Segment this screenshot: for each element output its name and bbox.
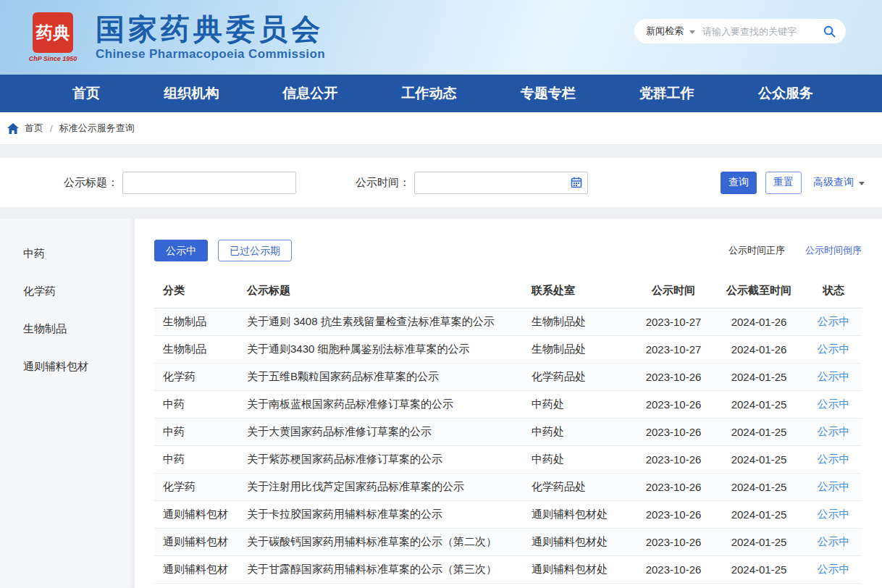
header-search-bar[interactable]: 新闻检索 [634,19,846,43]
table-row: 生物制品 关于通则 3408 抗生素残留量检查法标准草案的公示 生物制品处 20… [154,308,862,336]
row-category: 中药 [154,419,241,446]
logo-caption: ChP Since 1950 [28,55,78,62]
row-deadline: 2024-01-25 [713,474,805,501]
row-deadline: 2024-01-25 [713,556,805,584]
row-department: 中药处 [526,446,634,474]
row-status-link[interactable]: 公示中 [805,364,862,391]
row-status-link[interactable]: 公示中 [805,419,862,446]
row-department: 通则辅料包材处 [526,501,634,529]
row-title-link[interactable]: 关于卡拉胶国家药用辅料标准草案的公示 [241,501,526,529]
chevron-down-icon[interactable] [689,30,695,34]
reset-button[interactable]: 重置 [765,172,802,194]
header-category: 分类 [154,277,241,308]
calendar-icon[interactable] [571,177,582,188]
main-nav: 首页 组织机构 信息公开 工作动态 专题专栏 党群工作 公众服务 [0,75,882,112]
nav-item-info-disclosure[interactable]: 信息公开 [282,84,337,103]
row-department: 生物制品处 [526,308,634,336]
header-deadline: 公示截至时间 [713,277,805,308]
filter-panel: 公示标题： 公示时间： 查询 重置 [0,158,882,207]
row-title-link[interactable]: 关于通则 3408 抗生素残留量检查法标准草案的公示 [241,308,526,336]
category-sidebar: 中药 化学药 生物制品 通则辅料包材 [0,219,135,588]
row-deadline: 2024-01-25 [713,501,805,529]
row-status-link[interactable]: 公示中 [805,446,862,474]
breadcrumb-home-link[interactable]: 首页 [25,122,43,135]
row-title-link[interactable]: 关于碳酸钙国家药用辅料标准草案的公示（第二次） [241,529,526,556]
header-publish-date: 公示时间 [634,277,713,308]
seal-logo-icon: 药 典 [33,12,73,53]
row-status-link[interactable]: 公示中 [805,474,862,501]
search-input[interactable] [702,26,823,37]
row-deadline: 2024-01-25 [713,364,805,391]
nav-item-party-work[interactable]: 党群工作 [639,84,694,103]
row-publish-date: 2023-10-27 [634,308,713,336]
site-logo: 药 典 ChP Since 1950 [28,12,78,62]
breadcrumb: 首页 / 标准公示服务查询 [0,112,882,144]
home-icon[interactable] [7,123,19,134]
filter-buttons: 查询 重置 高级查询 [721,172,865,194]
row-title-link[interactable]: 关于甘露醇国家药用辅料标准草案的公示（第三次） [241,556,526,584]
table-body: 生物制品 关于通则 3408 抗生素残留量检查法标准草案的公示 生物制品处 20… [154,308,862,584]
nav-item-work-updates[interactable]: 工作动态 [401,84,456,103]
time-filter-label: 公示时间： [356,176,410,190]
content: 中药 化学药 生物制品 通则辅料包材 公示中 已过公示期 公示时间正序 公示时间… [0,219,882,588]
row-title-link[interactable]: 关于注射用比伐芦定国家药品标准草案的公示 [241,474,526,501]
nav-item-special-topics[interactable]: 专题专栏 [521,84,576,103]
row-department: 中药处 [526,419,634,446]
sort-time-ascending-link[interactable]: 公示时间正序 [728,244,785,257]
results-area: 公示中 已过公示期 公示时间正序 公示时间倒序 分类 公示标题 联系处室 [135,219,882,588]
search-icon[interactable] [823,25,836,38]
row-department: 生物制品处 [526,336,634,364]
header-title: 公示标题 [241,277,526,308]
row-status-link[interactable]: 公示中 [805,391,862,419]
row-publish-date: 2023-10-26 [634,556,713,584]
table-row: 生物制品 关于通则3430 细胞种属鉴别法标准草案的公示 生物制品处 2023-… [154,336,862,364]
table-row: 化学药 关于五维B颗粒国家药品标准草案的公示 化学药品处 2023-10-26 … [154,364,862,391]
sidebar-item-chemical-drug[interactable]: 化学药 [0,272,135,310]
title-filter-input[interactable] [122,172,296,194]
row-deadline: 2024-01-25 [713,446,805,474]
row-title-link[interactable]: 关于南板蓝根国家药品标准修订草案的公示 [241,391,526,419]
advanced-query-link[interactable]: 高级查询 [813,176,865,189]
row-category: 生物制品 [154,336,241,364]
row-title-link[interactable]: 关于五维B颗粒国家药品标准草案的公示 [241,364,526,391]
row-department: 化学药品处 [526,474,634,501]
site-title-block: 国家药典委员会 Chinese Pharmacopoeia Commission [96,13,325,62]
nav-item-organization[interactable]: 组织机构 [164,84,219,103]
row-status-link[interactable]: 公示中 [805,529,862,556]
row-title-link[interactable]: 关于通则3430 细胞种属鉴别法标准草案的公示 [241,336,526,364]
announcements-table: 分类 公示标题 联系处室 公示时间 公示截至时间 状态 生物制品 关于通则 34… [154,277,862,584]
nav-item-home[interactable]: 首页 [72,84,100,103]
sort-time-descending-link[interactable]: 公示时间倒序 [805,244,862,257]
breadcrumb-current: 标准公示服务查询 [59,122,135,135]
row-deadline: 2024-01-25 [713,529,805,556]
tab-expired-announcement[interactable]: 已过公示期 [218,240,292,261]
time-filter-input[interactable] [414,172,588,194]
advanced-query-label: 高级查询 [813,176,854,189]
sidebar-item-biologics[interactable]: 生物制品 [0,310,135,348]
sidebar-item-general-excipients[interactable]: 通则辅料包材 [0,348,135,385]
chevron-down-icon [859,182,865,185]
search-category-select[interactable]: 新闻检索 [646,25,684,38]
row-category: 中药 [154,446,241,474]
sidebar-item-tcm[interactable]: 中药 [0,235,135,272]
tab-in-announcement[interactable]: 公示中 [154,240,208,261]
table-row: 通则辅料包材 关于碳酸钙国家药用辅料标准草案的公示（第二次） 通则辅料包材处 2… [154,529,862,556]
row-title-link[interactable]: 关于紫苏梗国家药品标准修订草案的公示 [241,446,526,474]
nav-item-public-service[interactable]: 公众服务 [758,84,813,103]
query-button[interactable]: 查询 [721,172,757,194]
row-publish-date: 2023-10-26 [634,419,713,446]
row-status-link[interactable]: 公示中 [805,501,862,529]
row-status-link[interactable]: 公示中 [805,336,862,364]
row-department: 通则辅料包材处 [526,529,634,556]
row-deadline: 2024-01-26 [713,336,805,364]
seal-char: 药 [36,25,53,41]
row-title-link[interactable]: 关于大黄国家药品标准修订草案的公示 [241,419,526,446]
seal-char: 典 [54,25,70,41]
row-department: 中药处 [526,391,634,419]
row-publish-date: 2023-10-26 [634,364,713,391]
row-status-link[interactable]: 公示中 [805,308,862,336]
row-category: 化学药 [154,364,241,391]
row-deadline: 2024-01-25 [713,419,805,446]
row-status-link[interactable]: 公示中 [805,556,862,584]
table-row: 中药 关于紫苏梗国家药品标准修订草案的公示 中药处 2023-10-26 202… [154,446,862,474]
